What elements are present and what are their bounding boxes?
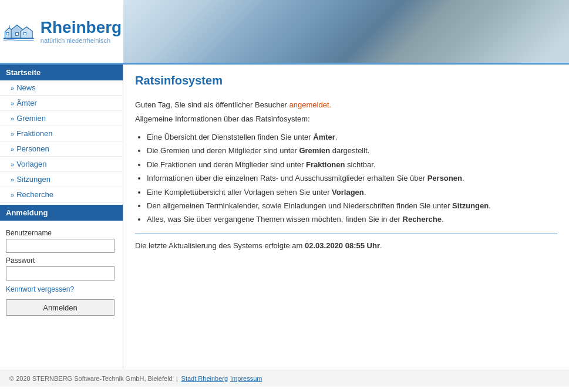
chevron-icon: » — [11, 100, 14, 107]
bullet-gremien-bold: Gremien — [299, 146, 330, 155]
anmeldung-section: Benutzername Passwort Kennwort vergessen… — [0, 221, 123, 320]
bullet-aemter-bold: Ämter — [313, 133, 335, 141]
chevron-icon: » — [11, 85, 14, 92]
intro-text-1: Guten Tag, Sie sind als öffentlicher Bes… — [135, 100, 287, 109]
bullet-sitzungen-bold: Sitzungen — [452, 201, 489, 210]
sidebar-item-gremien-label: Gremien — [16, 114, 46, 123]
sidebar-item-personen-label: Personen — [16, 144, 49, 153]
footer-impressum-link[interactable]: Impressum — [230, 375, 262, 382]
footer-stadtrheinberg-link[interactable]: Stadt Rheinberg — [181, 375, 228, 382]
sidebar-item-recherche[interactable]: » Recherche — [0, 187, 123, 202]
update-line: Die letzte Aktualisierung des Systems er… — [135, 241, 557, 250]
chevron-icon: » — [11, 130, 14, 137]
footer-separator: | — [176, 375, 178, 382]
sidebar-item-gremien[interactable]: » Gremien — [0, 111, 123, 126]
content-divider — [135, 234, 557, 234]
svg-marker-3 — [21, 27, 32, 39]
bullet-personen-bold: Personen — [427, 174, 462, 183]
bullet-sitzungen: Den allgemeinen Terminkalender, sowie Ei… — [147, 199, 557, 212]
sidebar-item-sitzungen-label: Sitzungen — [16, 175, 50, 184]
logo-subtitle: natürlich niederrheinisch — [41, 37, 110, 44]
info-bullet-list: Eine Übersicht der Dienststellen finden … — [147, 130, 557, 227]
logo-area: Rheinberg natürlich niederrheinisch — [0, 0, 123, 63]
bullet-recherche: Alles, was Sie über vergangene Themen wi… — [147, 212, 557, 226]
login-button[interactable]: Anmelden — [6, 299, 115, 316]
logo-icon — [2, 18, 37, 45]
update-prefix: Die letzte Aktualisierung des Systems er… — [135, 241, 305, 250]
sidebar-item-aemter[interactable]: » Ämter — [0, 96, 123, 111]
sidebar-item-fraktionen[interactable]: » Fraktionen — [0, 126, 123, 141]
bullet-gremien: Die Gremien und deren Mitglieder sind un… — [147, 144, 557, 157]
update-suffix: . — [380, 241, 382, 250]
chevron-icon: » — [11, 161, 14, 168]
svg-rect-5 — [6, 33, 9, 35]
header-photo — [123, 0, 569, 63]
intro-angemeldet-link[interactable]: angemeldet. — [289, 100, 332, 109]
sidebar-item-fraktionen-label: Fraktionen — [16, 129, 52, 138]
sidebar-startseite-title: Startseite — [0, 65, 123, 80]
sidebar-item-sitzungen[interactable]: » Sitzungen — [0, 172, 123, 187]
intro-line-2: Allgemeine Informationen über das Ratsin… — [135, 113, 557, 125]
sidebar-item-aemter-label: Ämter — [16, 99, 37, 107]
header-photo-inner — [123, 0, 569, 63]
bullet-fraktionen-bold: Fraktionen — [306, 160, 345, 169]
bullet-fraktionen: Die Fraktionen und deren Mitglieder sind… — [147, 158, 557, 171]
chevron-icon: » — [11, 176, 14, 183]
footer-copyright: © 2020 STERNBERG Software-Technik GmbH, … — [9, 375, 173, 382]
chevron-icon: » — [11, 146, 14, 153]
sidebar-item-recherche-label: Recherche — [16, 190, 53, 199]
sidebar-item-vorlagen-label: Vorlagen — [16, 160, 46, 168]
page-title: Ratsinfosystem — [135, 74, 557, 92]
svg-rect-4 — [15, 33, 18, 36]
chevron-icon: » — [11, 191, 14, 198]
forgot-password-link[interactable]: Kennwort vergessen? — [6, 285, 117, 293]
content-area: Ratsinfosystem Guten Tag, Sie sind als ö… — [123, 65, 569, 370]
bullet-vorlagen: Eine Komplettübersicht aller Vorlagen se… — [147, 185, 557, 199]
svg-rect-6 — [23, 33, 26, 35]
bullet-aemter: Eine Übersicht der Dienststellen finden … — [147, 130, 557, 144]
intro-line-1: Guten Tag, Sie sind als öffentlicher Bes… — [135, 99, 557, 111]
update-date: 02.03.2020 08:55 Uhr — [305, 241, 380, 250]
main-container: Startseite » News » Ämter » Gremien » Fr… — [0, 65, 569, 370]
sidebar-item-vorlagen[interactable]: » Vorlagen — [0, 157, 123, 172]
header: Rheinberg natürlich niederrheinisch — [0, 0, 569, 65]
bullet-recherche-bold: Recherche — [403, 215, 442, 224]
bullet-vorlagen-bold: Vorlagen — [332, 188, 364, 197]
passwort-input[interactable] — [6, 266, 115, 281]
sidebar-item-news[interactable]: » News — [0, 80, 123, 96]
benutzername-input[interactable] — [6, 239, 115, 253]
sidebar-item-personen[interactable]: » Personen — [0, 141, 123, 157]
passwort-label: Passwort — [6, 256, 117, 265]
sidebar-item-news-label: News — [16, 83, 36, 92]
bullet-personen: Informationen über die einzelnen Rats- u… — [147, 171, 557, 185]
sidebar-anmeldung-title: Anmeldung — [0, 205, 123, 221]
logo-text: Rheinberg natürlich niederrheinisch — [41, 19, 122, 44]
sidebar: Startseite » News » Ämter » Gremien » Fr… — [0, 65, 123, 370]
chevron-icon: » — [11, 115, 14, 122]
benutzername-label: Benutzername — [6, 229, 117, 237]
logo-city-name: Rheinberg — [41, 19, 122, 36]
footer: © 2020 STERNBERG Software-Technik GmbH, … — [0, 370, 569, 387]
